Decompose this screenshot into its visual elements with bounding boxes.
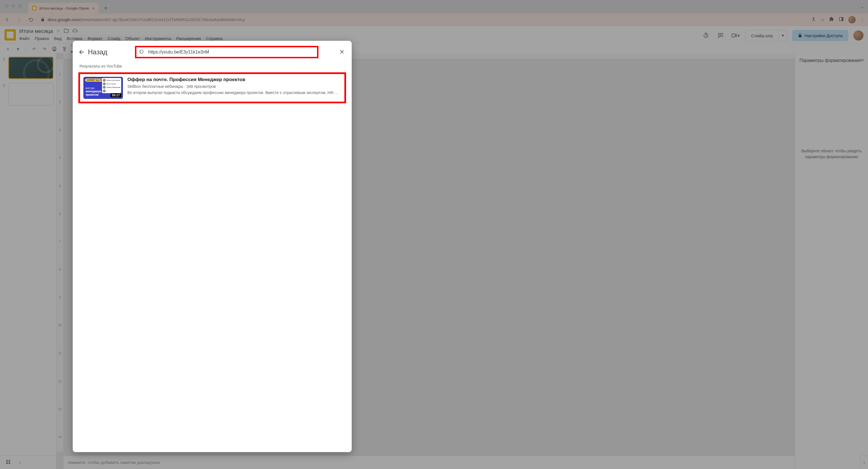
search-icon: [139, 49, 145, 55]
modal-back-button[interactable]: Назад: [79, 48, 107, 56]
arrow-left-icon: [79, 49, 85, 56]
modal-close-icon[interactable]: ✕: [338, 47, 346, 58]
thumb-duration: 59:17: [111, 93, 121, 97]
video-meta: Skillbox бесплатные вебинары · 348 просм…: [127, 84, 341, 89]
results-source-label: Результаты из YouTube: [80, 64, 346, 68]
thumb-people: Елена Костецкая Пётр Орлов Замир Пардана…: [102, 78, 121, 93]
video-thumbnail: ОФФЕР НА ПОЧТЕ Елена Костецкая Пётр Орло…: [84, 77, 123, 99]
insert-video-modal: Назад ✕ Результаты из YouTube ОФФЕР НА П…: [73, 41, 352, 452]
video-description: Во втором выпуске подкаста обсуждаем про…: [127, 90, 341, 95]
video-search-input[interactable]: [148, 49, 314, 55]
video-title: Оффер на почте. Профессия Менеджер проек…: [127, 77, 341, 82]
search-box-highlight: [135, 46, 318, 58]
back-label: Назад: [88, 48, 107, 56]
video-result-highlight[interactable]: ОФФЕР НА ПОЧТЕ Елена Костецкая Пётр Орло…: [79, 72, 346, 103]
